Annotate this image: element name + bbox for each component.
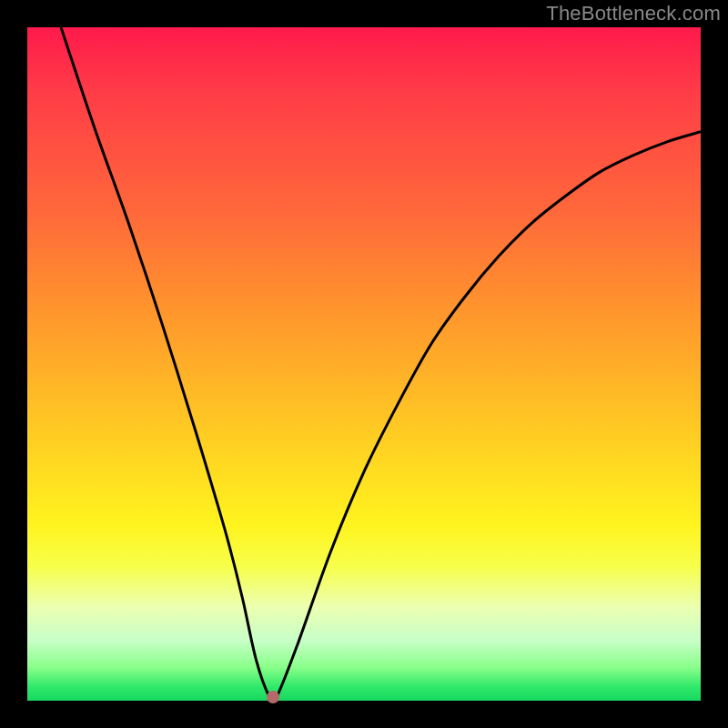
curve-svg bbox=[27, 27, 701, 701]
chart-container: TheBottleneck.com bbox=[0, 0, 728, 728]
watermark-text: TheBottleneck.com bbox=[546, 2, 721, 25]
min-point-marker bbox=[267, 691, 279, 703]
curve-path bbox=[61, 27, 701, 701]
plot-area bbox=[27, 27, 701, 701]
